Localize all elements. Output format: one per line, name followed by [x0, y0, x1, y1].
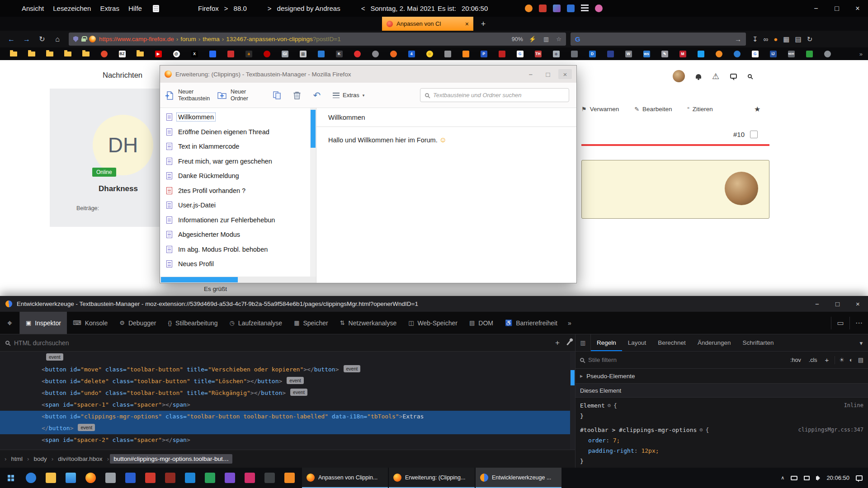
bookmark-item[interactable]	[601, 51, 619, 57]
post-action-button[interactable]: ⚑ Verwarnen	[581, 106, 619, 113]
bookmark-item[interactable]	[77, 51, 95, 57]
clipping-list-item[interactable]: Im abg. Modus Probl. behoben	[160, 242, 310, 257]
bookmark-item[interactable]: a	[240, 51, 258, 57]
toggle-hover-button[interactable]: :hov	[788, 356, 803, 364]
clipping-detail-body[interactable]: Hallo und Willkommen hier im Forum.☺	[316, 127, 576, 153]
bookmark-item[interactable]	[439, 51, 457, 57]
clipping-list-item[interactable]: Neues Profil	[160, 257, 310, 272]
post-action-button[interactable]: “ Zitieren	[687, 106, 712, 113]
home-button[interactable]: ⌂	[50, 33, 65, 46]
print-simulation-icon[interactable]: ▤	[858, 357, 863, 363]
bookmark-item[interactable]	[728, 51, 746, 57]
bookmark-item[interactable]	[457, 51, 475, 57]
bookmark-item[interactable]	[59, 51, 77, 57]
menu-item[interactable]: Ansicht	[17, 3, 48, 14]
sync-icon[interactable]: ↻	[807, 35, 813, 43]
taskbar-app-icon[interactable]	[279, 468, 299, 488]
extras-button[interactable]: Extras ▾	[333, 92, 364, 99]
bookmark-item[interactable]: D	[583, 51, 601, 57]
clipping-list-item[interactable]: Freut mich, war gern geschehen	[160, 154, 310, 169]
search-go-icon[interactable]: →	[735, 35, 741, 43]
bookmark-item[interactable]	[203, 51, 222, 57]
titlebar-app-icon[interactable]	[567, 5, 575, 12]
titlebar-app-icon[interactable]	[525, 5, 533, 12]
bookmark-item[interactable]: ▶	[149, 51, 167, 57]
browser-tab[interactable]: Anpassen von Cl ×	[382, 17, 473, 31]
lock-icon[interactable]	[81, 38, 86, 42]
taskbar-window-button[interactable]: Entwicklerwerkzeuge ...	[476, 468, 561, 488]
gear-icon[interactable]: ⚙	[608, 400, 611, 411]
taskbar-app-icon[interactable]	[120, 468, 140, 488]
devtools-tab[interactable]: {} Stilbearbeitung	[162, 312, 223, 334]
markup-line[interactable]: <button id="undo" class="toolbar-button"…	[0, 387, 575, 399]
devtools-tab[interactable]: ▣ Inspektor	[20, 312, 67, 334]
sidebar-tab[interactable]: Änderungen	[692, 334, 737, 351]
devtools-tab[interactable]: ▤ DOM	[463, 312, 499, 334]
taskbar-app-icon[interactable]	[61, 468, 80, 488]
list-horizontal-scrollbar[interactable]	[160, 277, 316, 283]
markup-line[interactable]: <button id="move" class="toolbar-button"…	[0, 364, 575, 375]
bookmark-item[interactable]: ◆	[547, 51, 565, 57]
library-icon[interactable]: ▥	[543, 36, 549, 42]
bookmark-item[interactable]: M	[674, 51, 692, 57]
css-property[interactable]: padding-right: 12px;	[580, 446, 863, 456]
breadcrumb-item[interactable]: html	[8, 454, 27, 464]
bookmark-item[interactable]: ☺	[420, 51, 439, 57]
bookmark-item[interactable]: ws	[637, 51, 656, 57]
bell-icon[interactable]	[696, 74, 701, 79]
download-icon[interactable]: ↧	[752, 35, 758, 43]
clipping-list-item[interactable]: Eröffne Deinen eigenen Thread	[160, 125, 310, 140]
volume-icon[interactable]	[816, 476, 818, 480]
bookmark-item[interactable]: GI	[276, 51, 294, 57]
pseudo-elements-section[interactable]: ▶ Pseudo-Elemente	[576, 369, 868, 384]
toggle-classes-button[interactable]: .cls	[807, 356, 819, 364]
bookmark-item[interactable]: K	[330, 51, 348, 57]
bookmark-item[interactable]	[565, 51, 583, 57]
clipping-list-item[interactable]: 2tes Profil vorhanden ?	[160, 183, 310, 198]
devtools-tab[interactable]: ◷ Laufzeitanalyse	[224, 312, 288, 334]
close-button[interactable]: ×	[847, 0, 868, 17]
bookmark-item[interactable]	[222, 51, 240, 57]
keyboard-icon[interactable]	[791, 476, 797, 480]
gear-icon[interactable]: ⚙	[699, 425, 703, 435]
close-button[interactable]: ×	[558, 69, 572, 79]
rule-source-link[interactable]: Inline	[844, 400, 863, 411]
titlebar-app-icon[interactable]	[595, 5, 603, 12]
bookmark-item[interactable]: @	[167, 51, 185, 57]
basket-icon[interactable]: ▦	[783, 35, 789, 43]
clock[interactable]: 20:06:50	[826, 474, 849, 481]
tabs-overflow-icon[interactable]: »	[563, 312, 576, 334]
event-badge[interactable]: event	[46, 353, 63, 361]
chat-icon[interactable]	[730, 74, 737, 79]
bookmark-item[interactable]	[692, 51, 710, 57]
new-folder-button[interactable]: Neuer Ordner	[217, 89, 265, 102]
bookmark-item[interactable]: P	[475, 51, 493, 57]
bookmark-item[interactable]	[258, 51, 276, 57]
forum-nav-nachrichten[interactable]: Nachrichten	[103, 71, 142, 80]
post-action-button[interactable]: ✎ Bearbeiten	[634, 106, 672, 113]
bookmark-item[interactable]: NDR	[782, 51, 800, 57]
breadcrumb-item[interactable]: div#toolbar.hbox	[54, 454, 106, 464]
bookmark-item[interactable]: ▤	[294, 51, 312, 57]
action-center-icon[interactable]	[856, 475, 863, 481]
event-badge[interactable]: event	[78, 424, 95, 431]
bookmark-item[interactable]: X	[185, 51, 203, 57]
forward-button[interactable]: →	[19, 33, 34, 46]
url-bar[interactable]: https://www.camp-firefox.de ›forum›thema…	[69, 33, 566, 46]
minimize-button[interactable]: −	[806, 0, 826, 17]
rule-source-link[interactable]: clippingsMgr.css:347	[798, 425, 864, 435]
markup-line[interactable]: <button id="clippings-mgr-options" class…	[0, 411, 575, 422]
bookmark-item[interactable]: G	[511, 51, 529, 57]
star-icon[interactable]: ★	[754, 105, 760, 113]
rule-selector[interactable]: #toolbar > #clippings-mgr-options	[580, 425, 697, 435]
bookmark-item[interactable]	[493, 51, 511, 57]
breadcrumb-item[interactable]: body	[30, 454, 51, 464]
devtools-tab[interactable]: ◫ Web-Speicher	[402, 312, 463, 334]
menu-item[interactable]: Lesezeichen	[48, 3, 95, 14]
taskbar-app-icon[interactable]	[41, 468, 61, 488]
maximize-button[interactable]: □	[827, 296, 848, 312]
bookmarks-overflow-icon[interactable]: »	[859, 51, 863, 57]
style-filter-input[interactable]: Stile filtern	[588, 357, 784, 363]
taskbar-app-icon[interactable]	[160, 468, 180, 488]
post-number[interactable]: #10	[733, 131, 745, 138]
